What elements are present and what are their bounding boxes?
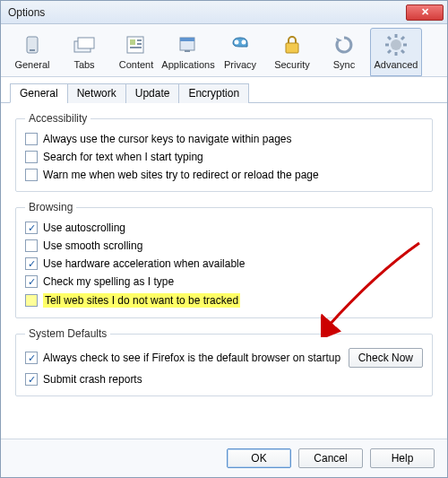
content-icon xyxy=(123,32,150,57)
svg-point-13 xyxy=(242,40,246,45)
checkbox-hw-accel[interactable] xyxy=(25,257,38,270)
category-toolbar: General Tabs Content Applications Privac… xyxy=(1,24,447,77)
subtab-strip: General Network Update Encryption xyxy=(1,77,447,103)
category-label: Sync xyxy=(333,59,355,70)
subtab-general[interactable]: General xyxy=(10,83,68,103)
checkbox-crash-reports[interactable] xyxy=(25,373,38,386)
svg-rect-6 xyxy=(137,39,142,41)
category-applications[interactable]: Applications xyxy=(162,28,214,76)
category-content[interactable]: Content xyxy=(110,28,162,76)
category-sync[interactable]: Sync xyxy=(318,28,370,76)
checkbox-label-highlighted: Tell web sites I do not want to be track… xyxy=(43,293,240,308)
svg-line-22 xyxy=(401,37,404,39)
category-label: Privacy xyxy=(224,59,256,70)
checkbox-row: Always check to see if Firefox is the de… xyxy=(25,345,423,370)
checkbox-row: Tell web sites I do not want to be track… xyxy=(25,291,423,310)
category-security[interactable]: Security xyxy=(266,28,318,76)
checkbox-cursor-keys[interactable] xyxy=(25,133,38,145)
checkbox-row: Use hardware acceleration when available xyxy=(25,255,423,273)
category-general[interactable]: General xyxy=(6,28,58,76)
checkbox-row: Warn me when web sites try to redirect o… xyxy=(25,166,423,184)
privacy-icon xyxy=(227,32,254,57)
group-legend: Accessibility xyxy=(25,112,90,125)
svg-rect-5 xyxy=(130,39,135,45)
category-label: Tabs xyxy=(73,59,94,70)
checkbox-default-browser[interactable] xyxy=(25,352,38,364)
checkbox-label: Use smooth scrolling xyxy=(43,239,142,252)
ok-button[interactable]: OK xyxy=(227,448,291,468)
checkbox-row: Check my spelling as I type xyxy=(25,273,423,291)
category-label: Security xyxy=(274,59,310,70)
svg-rect-8 xyxy=(130,47,142,48)
checkbox-warn-redirect[interactable] xyxy=(25,169,38,181)
group-legend: Browsing xyxy=(25,201,76,213)
close-button[interactable]: ✕ xyxy=(406,4,444,21)
group-browsing: Browsing Use autoscrolling Use smooth sc… xyxy=(15,201,433,318)
checkbox-label: Use hardware acceleration when available xyxy=(43,257,245,270)
subtab-encryption[interactable]: Encryption xyxy=(178,83,249,103)
checkbox-search-typing[interactable] xyxy=(25,151,38,163)
group-legend: System Defaults xyxy=(25,327,110,340)
category-privacy[interactable]: Privacy xyxy=(214,28,266,76)
window-title: Options xyxy=(8,6,406,19)
subtab-update[interactable]: Update xyxy=(125,83,180,103)
group-accessibility: Accessibility Always use the cursor keys… xyxy=(15,112,433,192)
svg-rect-1 xyxy=(30,49,35,51)
checkbox-label: Check my spelling as I type xyxy=(43,275,174,288)
group-system-defaults: System Defaults Always check to see if F… xyxy=(15,327,433,396)
checkbox-label: Warn me when web sites try to redirect o… xyxy=(43,169,319,181)
tabs-icon xyxy=(71,32,98,57)
checkbox-row: Use autoscrolling xyxy=(25,219,423,237)
check-now-button[interactable]: Check Now xyxy=(349,348,423,368)
options-pane: Accessibility Always use the cursor keys… xyxy=(1,103,447,439)
advanced-icon xyxy=(383,32,409,57)
svg-line-23 xyxy=(388,50,391,53)
svg-line-21 xyxy=(401,50,404,53)
svg-rect-3 xyxy=(78,38,94,48)
checkbox-row: Use smooth scrolling xyxy=(25,237,423,255)
checkbox-label: Always use the cursor keys to navigate w… xyxy=(43,133,291,145)
category-label: Advanced xyxy=(375,59,418,70)
help-button[interactable]: Help xyxy=(370,448,435,468)
options-dialog: Options ✕ General Tabs Content xyxy=(0,0,448,478)
applications-icon xyxy=(175,32,202,57)
close-icon: ✕ xyxy=(421,6,429,18)
checkbox-label: Submit crash reports xyxy=(43,373,142,386)
svg-rect-14 xyxy=(286,43,298,53)
checkbox-smooth-scrolling[interactable] xyxy=(25,239,38,252)
checkbox-label: Use autoscrolling xyxy=(43,222,125,234)
category-tabs[interactable]: Tabs xyxy=(58,28,110,76)
titlebar: Options ✕ xyxy=(1,1,447,24)
svg-point-15 xyxy=(391,39,401,50)
svg-line-20 xyxy=(388,37,391,39)
sync-icon xyxy=(331,32,358,57)
checkbox-row: Always use the cursor keys to navigate w… xyxy=(25,130,423,148)
category-label: Content xyxy=(119,59,154,70)
svg-rect-11 xyxy=(185,50,190,52)
subtab-network[interactable]: Network xyxy=(67,83,126,103)
checkbox-spellcheck[interactable] xyxy=(25,275,38,288)
checkbox-row: Search for text when I start typing xyxy=(25,148,423,166)
checkbox-label: Search for text when I start typing xyxy=(43,151,203,163)
category-advanced[interactable]: Advanced xyxy=(370,28,422,76)
checkbox-autoscrolling[interactable] xyxy=(25,222,38,234)
security-icon xyxy=(279,32,306,57)
dialog-footer: OK Cancel Help xyxy=(1,439,447,477)
checkbox-row: Submit crash reports xyxy=(25,370,423,388)
svg-rect-10 xyxy=(180,38,194,41)
general-icon xyxy=(19,32,46,57)
svg-point-12 xyxy=(235,40,239,45)
checkbox-do-not-track[interactable] xyxy=(25,294,38,307)
svg-rect-7 xyxy=(137,43,142,45)
category-label: Applications xyxy=(161,59,214,70)
category-label: General xyxy=(14,59,49,70)
checkbox-label: Always check to see if Firefox is the de… xyxy=(43,352,340,364)
cancel-button[interactable]: Cancel xyxy=(298,448,363,468)
